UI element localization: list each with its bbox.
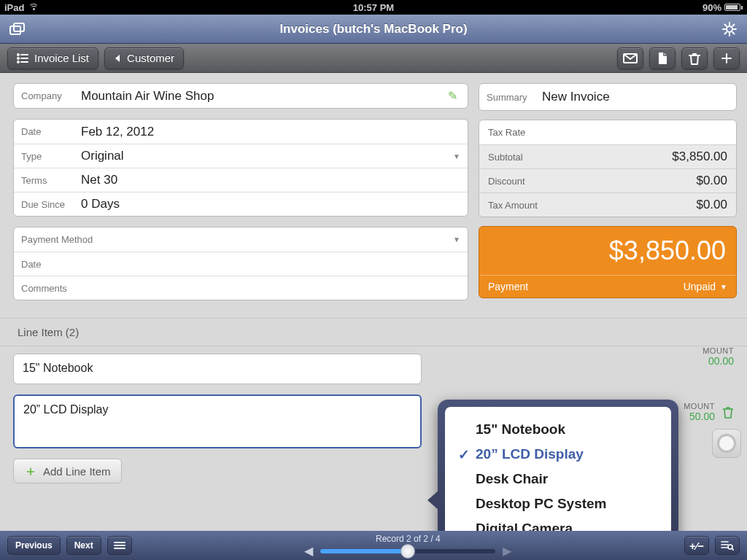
- add-line-item-label: Add Line Item: [43, 465, 111, 478]
- tax-amount-row: Tax Amount $0.00: [479, 192, 736, 217]
- svg-line-7: [725, 24, 727, 26]
- comments-row[interactable]: Comments: [14, 276, 468, 300]
- add-button[interactable]: [713, 47, 740, 69]
- summary-value[interactable]: New Invoice: [542, 90, 729, 104]
- picker-option[interactable]: 15" Notebook: [445, 417, 671, 442]
- payment-status-label: Payment: [488, 281, 528, 292]
- next-button[interactable]: Next: [66, 536, 101, 555]
- date-value: Feb 12, 2012: [81, 125, 460, 139]
- line-items-header: Line Item (2): [0, 318, 747, 346]
- svg-point-2: [727, 26, 732, 32]
- total-card: $3,850.00 Payment Unpaid ▼: [479, 226, 737, 298]
- invoice-list-button[interactable]: Invoice List: [7, 47, 98, 69]
- footer-bar: Previous Next Record 2 of 2 / 4 ◀ ▶ +∕−: [0, 531, 747, 560]
- company-value[interactable]: Mountain Air Wine Shop: [81, 89, 445, 104]
- payment-status-value[interactable]: Unpaid: [684, 281, 716, 292]
- svg-line-8: [732, 32, 734, 34]
- document-button[interactable]: [649, 47, 676, 69]
- discount-row: Discount $0.00: [479, 168, 736, 192]
- email-button[interactable]: [617, 47, 643, 69]
- svg-point-15: [18, 61, 19, 63]
- record-slider[interactable]: [320, 549, 495, 553]
- chevron-down-icon: ▼: [453, 236, 460, 244]
- company-label: Company: [21, 90, 81, 101]
- tax-rate-row[interactable]: Tax Rate: [479, 120, 736, 144]
- picker-option[interactable]: Desk Chair: [445, 467, 671, 491]
- gear-icon[interactable]: [719, 19, 740, 39]
- customer-label: Customer: [127, 52, 174, 64]
- battery-icon: [724, 4, 743, 11]
- add-line-item-button[interactable]: ＋ Add Line Item: [13, 459, 122, 483]
- wifi-icon: [28, 4, 39, 11]
- total-amount: $3,850.00: [479, 227, 736, 276]
- svg-line-28: [732, 548, 733, 550]
- svg-point-11: [18, 54, 19, 55]
- payment-date-row[interactable]: Date: [14, 252, 468, 276]
- plus-icon: ＋: [24, 462, 37, 480]
- company-card: Company Mountain Air Wine Shop ✎: [13, 83, 468, 109]
- terms-row[interactable]: Terms Net 30: [14, 168, 468, 192]
- svg-rect-0: [10, 26, 20, 34]
- svg-rect-1: [14, 23, 24, 31]
- list-view-button[interactable]: [107, 536, 132, 555]
- battery-percent: 90%: [703, 2, 721, 13]
- popover-arrow-icon: [427, 490, 439, 510]
- scroll-knob[interactable]: [712, 429, 741, 458]
- app-navbar: Invoices (butch's MacBook Pro): [0, 15, 747, 44]
- svg-line-9: [732, 24, 734, 26]
- next-record-icon[interactable]: ▶: [503, 545, 511, 557]
- chevron-down-icon: ▼: [720, 283, 727, 291]
- svg-point-13: [18, 58, 19, 59]
- amount-header: MOUNT: [684, 402, 715, 411]
- delete-button[interactable]: [681, 47, 708, 69]
- trash-icon[interactable]: [722, 405, 734, 419]
- amount-header: MOUNT: [703, 346, 734, 355]
- windows-icon[interactable]: [7, 19, 28, 39]
- chevron-down-icon: ▼: [453, 152, 460, 160]
- svg-line-10: [725, 32, 727, 34]
- type-value: Original: [81, 149, 453, 163]
- main-body: Company Mountain Air Wine Shop ✎ Date Fe…: [0, 73, 747, 560]
- picker-option[interactable]: Desktop PC System: [445, 491, 671, 516]
- edit-icon[interactable]: ✎: [445, 89, 460, 103]
- previous-button[interactable]: Previous: [7, 536, 61, 555]
- ios-status-bar: iPad 10:57 PM 90%: [0, 0, 747, 15]
- search-records-button[interactable]: [715, 536, 740, 555]
- due-row: Due Since 0 Days: [14, 192, 468, 216]
- details-card: Date Feb 12, 2012 Type Original ▼ Terms …: [13, 119, 468, 217]
- summary-card: Summary New Invoice: [479, 83, 737, 111]
- line-item-editing[interactable]: 20” LCD Display: [13, 394, 422, 448]
- line-item-label: 15" Notebook: [23, 362, 93, 375]
- date-row[interactable]: Date Feb 12, 2012: [14, 120, 468, 144]
- line-item-amount: 00.00: [703, 355, 734, 367]
- customer-back-button[interactable]: Customer: [104, 47, 184, 69]
- type-row[interactable]: Type Original ▼: [14, 144, 468, 168]
- device-label: iPad: [4, 2, 24, 13]
- record-label: Record 2 of 2 / 4: [376, 534, 441, 544]
- prev-record-icon[interactable]: ◀: [304, 545, 313, 557]
- clock: 10:57 PM: [353, 2, 394, 13]
- line-item-amount: 50.00: [684, 411, 715, 422]
- subtotal-row: Subtotal $3,850.00: [479, 144, 736, 168]
- line-item-label: 20” LCD Display: [23, 403, 108, 416]
- finance-card: Tax Rate Subtotal $3,850.00 Discount $0.…: [479, 120, 737, 217]
- payment-card: Payment Method ▼ Date Comments: [13, 227, 468, 300]
- terms-value: Net 30: [81, 173, 460, 187]
- due-value: 0 Days: [81, 197, 460, 211]
- svg-marker-17: [115, 55, 120, 62]
- payment-method-row[interactable]: Payment Method ▼: [14, 228, 468, 252]
- line-item[interactable]: 15" Notebook: [13, 354, 422, 384]
- invoice-list-label: Invoice List: [34, 52, 89, 64]
- picker-option-selected[interactable]: 20” LCD Display: [445, 442, 671, 467]
- calc-button[interactable]: +∕−: [684, 536, 709, 555]
- toolbar: Invoice List Customer: [0, 44, 747, 73]
- page-title: Invoices (butch's MacBook Pro): [28, 22, 719, 36]
